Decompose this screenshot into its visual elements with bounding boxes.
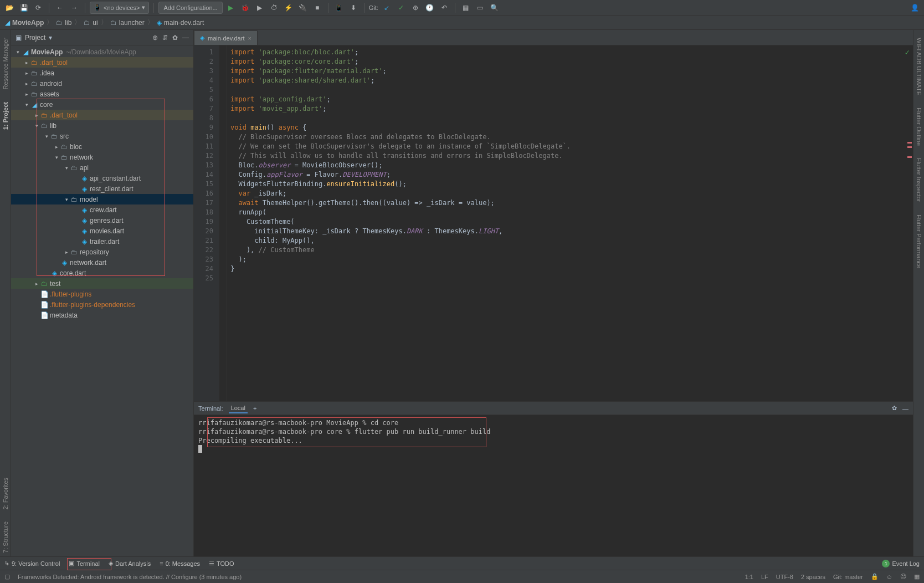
- add-terminal-icon[interactable]: +: [253, 405, 256, 412]
- tree-item[interactable]: ◈network.dart: [11, 257, 193, 268]
- hot-reload-icon[interactable]: ⚡: [283, 2, 295, 14]
- tree-item[interactable]: ▾🗀network: [11, 152, 193, 162]
- code-content[interactable]: import 'package:bloc/bloc.dart'; import …: [227, 45, 913, 401]
- tree-item[interactable]: ▸🗀assets: [11, 89, 193, 99]
- save-icon[interactable]: 💾: [18, 2, 30, 14]
- tree-item[interactable]: ▾🗀api: [11, 162, 193, 173]
- tree-item[interactable]: ▸🗀test: [11, 278, 193, 289]
- tree-item[interactable]: ◈trailer.dart: [11, 236, 193, 247]
- tree-item[interactable]: ◈core.dart: [11, 268, 193, 278]
- refresh-icon[interactable]: ⟳: [32, 2, 44, 14]
- git-compare-icon[interactable]: ⊕: [409, 2, 422, 14]
- tree-item[interactable]: ▾🗀model: [11, 194, 193, 204]
- sdk-icon[interactable]: ⬇: [347, 2, 360, 14]
- presentation-icon[interactable]: ▭: [474, 2, 486, 14]
- breadcrumb-item[interactable]: ◢MovieApp: [3, 19, 45, 27]
- git-update-icon[interactable]: ↙: [381, 2, 393, 14]
- status-window-icon[interactable]: ▢: [4, 573, 10, 580]
- gutter-project[interactable]: 1: Project: [2, 99, 9, 133]
- hide-icon[interactable]: —: [182, 34, 189, 42]
- bottom-messages[interactable]: ≡ 0: Messages: [160, 560, 200, 567]
- open-icon[interactable]: 📂: [3, 2, 16, 14]
- status-indent[interactable]: 2 spaces: [801, 574, 825, 580]
- tree-item[interactable]: ▾🗀src: [11, 131, 193, 141]
- tree-item[interactable]: 📄.flutter-plugins-dependencies: [11, 299, 193, 310]
- terminal-output[interactable]: rrifafauzikomara@rs-macbook-pro MovieApp…: [194, 415, 913, 556]
- tree-item[interactable]: 📄metadata: [11, 310, 193, 320]
- tree-item[interactable]: ▸🗀repository: [11, 247, 193, 257]
- code-editor[interactable]: ✓ 12345678910111213141516171819202122232…: [194, 45, 913, 401]
- forward-icon[interactable]: →: [68, 2, 80, 14]
- collapse-icon[interactable]: ⇵: [162, 34, 168, 42]
- tree-root[interactable]: ▾◢ MovieApp ~/Downloads/MovieApp: [11, 47, 193, 57]
- status-cursor[interactable]: 1:1: [745, 574, 753, 580]
- breadcrumb-item[interactable]: 🗀launcher: [109, 19, 146, 27]
- tree-item[interactable]: ◈crew.dart: [11, 204, 193, 215]
- stop-icon[interactable]: ■: [311, 2, 324, 14]
- tree-item[interactable]: ▸🗀.dart_tool: [11, 110, 193, 120]
- editor-tab[interactable]: ◈ main-dev.dart ×: [194, 30, 258, 45]
- gutter-flutter-performance[interactable]: Flutter Performance: [916, 211, 922, 272]
- memory-icon[interactable]: ▦: [914, 573, 920, 580]
- tree-item[interactable]: ◈movies.dart: [11, 226, 193, 236]
- tree-item[interactable]: ▾🗀lib: [11, 120, 193, 131]
- gutter-structure[interactable]: 7: Structure: [2, 518, 9, 556]
- breadcrumb-item[interactable]: 🗀lib: [54, 19, 73, 27]
- close-icon[interactable]: ×: [248, 35, 251, 42]
- breadcrumb-item[interactable]: 🗀ui: [82, 19, 99, 27]
- gutter-wifi-adb[interactable]: WIFI ADB ULTIMATE: [916, 34, 922, 99]
- terminal-tab-local[interactable]: Local: [229, 403, 248, 413]
- gear-icon[interactable]: ✿: [892, 405, 897, 412]
- lock-icon[interactable]: 🔒: [871, 573, 879, 580]
- tree-item[interactable]: ▸🗀android: [11, 78, 193, 89]
- status-git-branch[interactable]: Git: master: [833, 574, 863, 580]
- flutter-icon: ◢: [5, 19, 10, 27]
- run-config-selector[interactable]: Add Configuration...: [158, 2, 222, 14]
- folder-icon: 🗀: [70, 164, 79, 172]
- layout-icon[interactable]: ▦: [460, 2, 472, 14]
- tree-item[interactable]: ▸🗀.idea: [11, 68, 193, 78]
- tree-item[interactable]: ▸🗀bloc: [11, 141, 193, 152]
- status-encoding[interactable]: UTF-8: [776, 574, 793, 580]
- bottom-todo[interactable]: ☰ TODO: [209, 560, 234, 567]
- breadcrumb-item[interactable]: ◈main-dev.dart: [155, 19, 206, 27]
- tree-item[interactable]: ◈rest_client.dart: [11, 183, 193, 194]
- avatar-icon[interactable]: 👤: [908, 2, 921, 14]
- tree-item[interactable]: 📄.flutter-plugins: [11, 289, 193, 299]
- git-rollback-icon[interactable]: ↶: [438, 2, 450, 14]
- gutter-favorites[interactable]: 2: Favorites: [2, 474, 9, 513]
- project-tree[interactable]: ▾◢ MovieApp ~/Downloads/MovieApp ▸🗀.dart…: [11, 45, 193, 556]
- profiler-icon[interactable]: ⏱: [268, 2, 280, 14]
- status-line-sep[interactable]: LF: [761, 574, 768, 580]
- tree-item[interactable]: ▸🗀.dart_tool: [11, 57, 193, 68]
- sad-icon[interactable]: ☹: [900, 573, 906, 580]
- run-icon[interactable]: ▶: [225, 2, 237, 14]
- git-commit-icon[interactable]: ✓: [395, 2, 407, 14]
- coverage-icon[interactable]: ▶: [254, 2, 266, 14]
- status-message[interactable]: Frameworks Detected: Android framework i…: [18, 574, 242, 580]
- chevron-right-icon: 〉: [100, 18, 109, 27]
- fold-gutter[interactable]: [219, 45, 227, 401]
- bottom-event-log[interactable]: 1 Event Log: [882, 560, 920, 567]
- gutter-resource-manager[interactable]: Resource Manager: [2, 34, 9, 93]
- tree-item[interactable]: ◈api_constant.dart: [11, 173, 193, 183]
- bottom-dart-analysis[interactable]: ◈ Dart Analysis: [109, 560, 151, 567]
- smiley-icon[interactable]: ☺: [886, 574, 892, 580]
- device-selector[interactable]: 📱 <no devices> ▾: [90, 2, 149, 14]
- chevron-down-icon[interactable]: ▾: [49, 34, 52, 42]
- bottom-terminal[interactable]: ▣ Terminal: [69, 560, 100, 567]
- gutter-flutter-inspector[interactable]: Flutter Inspector: [916, 155, 922, 205]
- git-history-icon[interactable]: 🕐: [424, 2, 436, 14]
- back-icon[interactable]: ←: [54, 2, 66, 14]
- attach-icon[interactable]: 🔌: [297, 2, 309, 14]
- debug-icon[interactable]: 🐞: [239, 2, 251, 14]
- bottom-version-control[interactable]: ↳ 9: Version Control: [4, 560, 60, 567]
- locate-icon[interactable]: ⊕: [152, 34, 158, 42]
- avd-icon[interactable]: 📱: [333, 2, 345, 14]
- gutter-flutter-outline[interactable]: Flutter Outline: [916, 104, 922, 149]
- tree-item[interactable]: ◈genres.dart: [11, 215, 193, 226]
- tree-item[interactable]: ▾◢core: [11, 99, 193, 110]
- gear-icon[interactable]: ✿: [172, 34, 178, 42]
- hide-icon[interactable]: —: [902, 405, 908, 412]
- search-icon[interactable]: 🔍: [489, 2, 501, 14]
